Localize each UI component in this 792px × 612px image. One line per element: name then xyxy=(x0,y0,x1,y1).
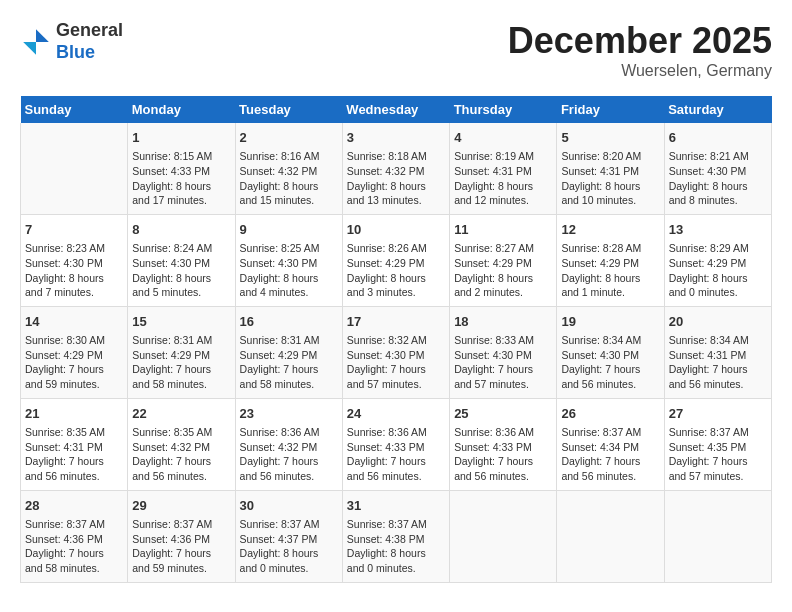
weekday-header-cell: Sunday xyxy=(21,96,128,123)
weekday-header-cell: Saturday xyxy=(664,96,771,123)
day-number: 20 xyxy=(669,313,767,331)
calendar-cell xyxy=(557,490,664,582)
day-number: 18 xyxy=(454,313,552,331)
weekday-header-cell: Friday xyxy=(557,96,664,123)
day-content: Sunrise: 8:33 AM Sunset: 4:30 PM Dayligh… xyxy=(454,333,552,392)
calendar-cell: 2Sunrise: 8:16 AM Sunset: 4:32 PM Daylig… xyxy=(235,123,342,214)
day-content: Sunrise: 8:29 AM Sunset: 4:29 PM Dayligh… xyxy=(669,241,767,300)
day-number: 17 xyxy=(347,313,445,331)
calendar-cell: 19Sunrise: 8:34 AM Sunset: 4:30 PM Dayli… xyxy=(557,306,664,398)
day-content: Sunrise: 8:28 AM Sunset: 4:29 PM Dayligh… xyxy=(561,241,659,300)
calendar-week-row: 28Sunrise: 8:37 AM Sunset: 4:36 PM Dayli… xyxy=(21,490,772,582)
calendar-cell: 26Sunrise: 8:37 AM Sunset: 4:34 PM Dayli… xyxy=(557,398,664,490)
calendar-cell: 5Sunrise: 8:20 AM Sunset: 4:31 PM Daylig… xyxy=(557,123,664,214)
calendar-cell: 6Sunrise: 8:21 AM Sunset: 4:30 PM Daylig… xyxy=(664,123,771,214)
calendar-cell: 30Sunrise: 8:37 AM Sunset: 4:37 PM Dayli… xyxy=(235,490,342,582)
day-content: Sunrise: 8:37 AM Sunset: 4:36 PM Dayligh… xyxy=(25,517,123,576)
day-number: 24 xyxy=(347,405,445,423)
day-content: Sunrise: 8:27 AM Sunset: 4:29 PM Dayligh… xyxy=(454,241,552,300)
svg-marker-0 xyxy=(36,29,49,42)
day-content: Sunrise: 8:36 AM Sunset: 4:33 PM Dayligh… xyxy=(347,425,445,484)
calendar-cell: 13Sunrise: 8:29 AM Sunset: 4:29 PM Dayli… xyxy=(664,214,771,306)
svg-marker-1 xyxy=(23,42,36,55)
day-content: Sunrise: 8:35 AM Sunset: 4:32 PM Dayligh… xyxy=(132,425,230,484)
calendar-cell: 4Sunrise: 8:19 AM Sunset: 4:31 PM Daylig… xyxy=(450,123,557,214)
logo-blue: Blue xyxy=(56,42,95,62)
calendar-cell: 29Sunrise: 8:37 AM Sunset: 4:36 PM Dayli… xyxy=(128,490,235,582)
calendar-cell: 25Sunrise: 8:36 AM Sunset: 4:33 PM Dayli… xyxy=(450,398,557,490)
calendar-cell: 1Sunrise: 8:15 AM Sunset: 4:33 PM Daylig… xyxy=(128,123,235,214)
day-number: 4 xyxy=(454,129,552,147)
logo: General Blue xyxy=(20,20,123,63)
calendar-cell: 22Sunrise: 8:35 AM Sunset: 4:32 PM Dayli… xyxy=(128,398,235,490)
calendar-cell: 24Sunrise: 8:36 AM Sunset: 4:33 PM Dayli… xyxy=(342,398,449,490)
weekday-header-row: SundayMondayTuesdayWednesdayThursdayFrid… xyxy=(21,96,772,123)
day-content: Sunrise: 8:31 AM Sunset: 4:29 PM Dayligh… xyxy=(132,333,230,392)
day-content: Sunrise: 8:37 AM Sunset: 4:38 PM Dayligh… xyxy=(347,517,445,576)
day-number: 2 xyxy=(240,129,338,147)
logo-icon xyxy=(20,26,52,58)
day-content: Sunrise: 8:23 AM Sunset: 4:30 PM Dayligh… xyxy=(25,241,123,300)
day-number: 11 xyxy=(454,221,552,239)
day-content: Sunrise: 8:18 AM Sunset: 4:32 PM Dayligh… xyxy=(347,149,445,208)
calendar-cell: 18Sunrise: 8:33 AM Sunset: 4:30 PM Dayli… xyxy=(450,306,557,398)
day-content: Sunrise: 8:19 AM Sunset: 4:31 PM Dayligh… xyxy=(454,149,552,208)
day-number: 29 xyxy=(132,497,230,515)
calendar-cell: 7Sunrise: 8:23 AM Sunset: 4:30 PM Daylig… xyxy=(21,214,128,306)
title-block: December 2025 Wuerselen, Germany xyxy=(508,20,772,80)
page-header: General Blue December 2025 Wuerselen, Ge… xyxy=(20,20,772,80)
calendar-week-row: 14Sunrise: 8:30 AM Sunset: 4:29 PM Dayli… xyxy=(21,306,772,398)
day-number: 14 xyxy=(25,313,123,331)
logo-text: General Blue xyxy=(56,20,123,63)
day-number: 30 xyxy=(240,497,338,515)
weekday-header-cell: Tuesday xyxy=(235,96,342,123)
day-number: 10 xyxy=(347,221,445,239)
calendar-cell: 21Sunrise: 8:35 AM Sunset: 4:31 PM Dayli… xyxy=(21,398,128,490)
day-number: 5 xyxy=(561,129,659,147)
day-content: Sunrise: 8:25 AM Sunset: 4:30 PM Dayligh… xyxy=(240,241,338,300)
day-content: Sunrise: 8:32 AM Sunset: 4:30 PM Dayligh… xyxy=(347,333,445,392)
day-number: 12 xyxy=(561,221,659,239)
day-content: Sunrise: 8:34 AM Sunset: 4:30 PM Dayligh… xyxy=(561,333,659,392)
calendar-cell: 28Sunrise: 8:37 AM Sunset: 4:36 PM Dayli… xyxy=(21,490,128,582)
calendar-cell: 3Sunrise: 8:18 AM Sunset: 4:32 PM Daylig… xyxy=(342,123,449,214)
day-number: 31 xyxy=(347,497,445,515)
day-content: Sunrise: 8:36 AM Sunset: 4:33 PM Dayligh… xyxy=(454,425,552,484)
calendar-cell: 31Sunrise: 8:37 AM Sunset: 4:38 PM Dayli… xyxy=(342,490,449,582)
calendar-cell xyxy=(664,490,771,582)
day-content: Sunrise: 8:15 AM Sunset: 4:33 PM Dayligh… xyxy=(132,149,230,208)
calendar-week-row: 21Sunrise: 8:35 AM Sunset: 4:31 PM Dayli… xyxy=(21,398,772,490)
weekday-header-cell: Thursday xyxy=(450,96,557,123)
day-number: 7 xyxy=(25,221,123,239)
day-number: 8 xyxy=(132,221,230,239)
day-number: 9 xyxy=(240,221,338,239)
calendar-cell: 14Sunrise: 8:30 AM Sunset: 4:29 PM Dayli… xyxy=(21,306,128,398)
day-content: Sunrise: 8:37 AM Sunset: 4:37 PM Dayligh… xyxy=(240,517,338,576)
calendar-cell: 8Sunrise: 8:24 AM Sunset: 4:30 PM Daylig… xyxy=(128,214,235,306)
day-number: 13 xyxy=(669,221,767,239)
calendar-cell: 10Sunrise: 8:26 AM Sunset: 4:29 PM Dayli… xyxy=(342,214,449,306)
day-content: Sunrise: 8:21 AM Sunset: 4:30 PM Dayligh… xyxy=(669,149,767,208)
day-number: 21 xyxy=(25,405,123,423)
calendar-week-row: 7Sunrise: 8:23 AM Sunset: 4:30 PM Daylig… xyxy=(21,214,772,306)
weekday-header-cell: Monday xyxy=(128,96,235,123)
calendar-table: SundayMondayTuesdayWednesdayThursdayFrid… xyxy=(20,96,772,583)
day-number: 15 xyxy=(132,313,230,331)
calendar-cell xyxy=(450,490,557,582)
day-number: 6 xyxy=(669,129,767,147)
day-content: Sunrise: 8:16 AM Sunset: 4:32 PM Dayligh… xyxy=(240,149,338,208)
day-content: Sunrise: 8:26 AM Sunset: 4:29 PM Dayligh… xyxy=(347,241,445,300)
calendar-cell: 23Sunrise: 8:36 AM Sunset: 4:32 PM Dayli… xyxy=(235,398,342,490)
day-number: 26 xyxy=(561,405,659,423)
calendar-cell: 16Sunrise: 8:31 AM Sunset: 4:29 PM Dayli… xyxy=(235,306,342,398)
day-content: Sunrise: 8:31 AM Sunset: 4:29 PM Dayligh… xyxy=(240,333,338,392)
day-content: Sunrise: 8:24 AM Sunset: 4:30 PM Dayligh… xyxy=(132,241,230,300)
calendar-cell: 27Sunrise: 8:37 AM Sunset: 4:35 PM Dayli… xyxy=(664,398,771,490)
day-number: 25 xyxy=(454,405,552,423)
day-number: 3 xyxy=(347,129,445,147)
day-content: Sunrise: 8:36 AM Sunset: 4:32 PM Dayligh… xyxy=(240,425,338,484)
day-content: Sunrise: 8:30 AM Sunset: 4:29 PM Dayligh… xyxy=(25,333,123,392)
day-number: 1 xyxy=(132,129,230,147)
day-number: 23 xyxy=(240,405,338,423)
calendar-cell: 12Sunrise: 8:28 AM Sunset: 4:29 PM Dayli… xyxy=(557,214,664,306)
